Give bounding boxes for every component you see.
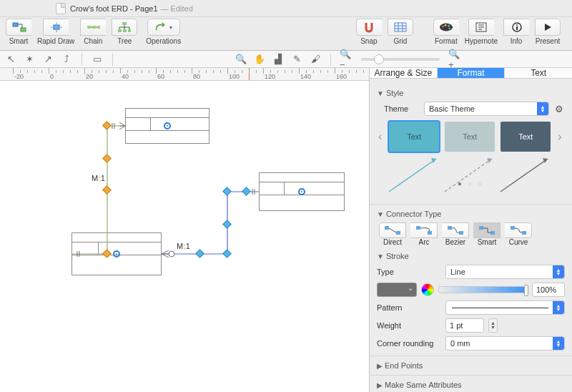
svg-point-10 [440,24,453,31]
tab-text[interactable]: Text [505,68,572,78]
pointer-tool[interactable]: ↖ [4,53,17,66]
zoom-tool[interactable]: 🔍 [235,53,247,66]
svg-point-11 [442,26,444,28]
operations-button[interactable]: ▾ Operations [146,19,181,45]
svg-rect-26 [479,226,483,230]
present-button[interactable]: Present [535,19,561,45]
zoom-out-button[interactable]: 🔍− [340,53,352,66]
tab-format[interactable]: Format [438,68,506,78]
horizontal-ruler: -20020406080100120140160180 [0,68,369,81]
canvas-area[interactable]: -20020406080100120140160180 [0,68,369,392]
connector-bezier-button[interactable]: Bezier [440,222,471,246]
rapid-draw-button[interactable]: Rapid Draw [37,19,74,45]
theme-select[interactable]: Basic Theme▲▼ [424,102,549,116]
svg-point-17 [516,24,518,26]
zoom-slider[interactable] [361,58,440,61]
style-swatch[interactable]: Text [445,122,495,152]
connector-curve-button[interactable]: Curve [503,222,534,246]
theme-label: Theme [384,104,420,113]
corner-rounding-label: Corner rounding [377,339,441,348]
weight-stepper[interactable]: ▲▼ [488,318,498,333]
pan-tool[interactable]: ✋ [253,53,266,66]
svg-rect-2 [54,25,59,29]
snap-button[interactable]: Snap [356,19,382,45]
stamp-tool[interactable]: ▟ [272,53,285,66]
weight-label: Weight [377,321,441,330]
inspector-tabs: Arrange & Size Format Text [370,68,572,79]
svg-point-19 [169,251,174,257]
pattern-label: Pattern [377,303,441,312]
main-toolbar: Smart Rapid Draw Chain Tree ▾ Operations… [0,17,572,51]
chain-button[interactable]: Chain [80,19,106,45]
svg-rect-0 [13,23,18,26]
document-status: — Edited [161,4,193,13]
style-swatch[interactable]: Text [500,122,551,152]
stroke-color-well[interactable] [377,283,417,297]
stroke-section-header[interactable]: ▼Stroke [377,252,565,260]
svg-rect-29 [522,231,526,235]
svg-point-13 [448,25,450,27]
color-picker-button[interactable] [421,283,434,296]
tab-arrange[interactable]: Arrange & Size [370,68,438,78]
zoom-in-button[interactable]: 🔍+ [448,53,461,66]
svg-rect-1 [21,28,26,31]
opacity-slider[interactable] [438,286,528,293]
svg-rect-5 [97,26,100,29]
hypernote-button[interactable]: Hypernote [465,19,498,45]
weight-field[interactable]: 1 pt [445,318,484,333]
pattern-select[interactable]: ▲▼ [445,300,565,315]
svg-point-14 [449,27,451,29]
corner-rounding-select[interactable]: 0 mm▲▼ [445,336,565,351]
connector-smart-button[interactable]: Smart [471,222,503,246]
library-tool[interactable]: ▭ [91,53,104,66]
stroke-type-label: Type [377,268,441,276]
node-tool[interactable]: ✶ [23,53,36,66]
endpoints-section-header[interactable]: ▶End Points [377,361,565,370]
smart-tool-button[interactable]: Smart [6,19,31,45]
svg-rect-25 [459,231,463,235]
tree-button[interactable]: Tree [112,19,137,45]
connector-direct-button[interactable]: Direct [377,222,408,246]
connector-tool[interactable]: ↗ [41,53,54,66]
document-title: Crow's foot ERD - Page1 [70,4,158,13]
info-button[interactable]: Info [503,19,529,45]
branch-tool[interactable]: ⤴ [60,53,73,66]
window-titlebar: Crow's foot ERD - Page1 — Edited [0,0,572,17]
svg-rect-7 [118,29,122,32]
svg-rect-23 [428,231,432,235]
svg-rect-6 [122,22,127,25]
stroke-type-select[interactable]: Line▲▼ [445,265,565,279]
svg-rect-9 [128,29,131,32]
svg-rect-28 [511,226,515,230]
svg-rect-8 [123,29,127,32]
make-same-section-header[interactable]: ▶Make Same Attributes [377,381,565,389]
multiplicity-label[interactable]: M:1 [177,242,190,250]
svg-rect-3 [87,26,91,29]
svg-rect-24 [448,226,452,230]
svg-rect-20 [385,226,389,230]
svg-rect-22 [416,226,420,230]
connector-section-header[interactable]: ▼Connector Type [377,210,565,218]
opacity-field[interactable]: 100% [532,283,565,297]
svg-rect-27 [490,231,495,235]
svg-rect-18 [516,26,518,30]
style-prev-button[interactable]: ‹ [377,130,383,143]
grid-button[interactable]: Grid [388,19,413,45]
document-icon [56,3,66,14]
svg-point-12 [445,24,447,26]
format-panel-button[interactable]: Format [433,19,459,45]
style-next-button[interactable]: › [556,130,563,143]
secondary-toolbar: ↖ ✶ ↗ ⤴ ▭ 🔍 ✋ ▟ ✎ 🖌 🔍− 🔍+ [0,51,572,68]
svg-rect-4 [92,26,96,29]
theme-settings-button[interactable]: ⚙ [553,103,565,114]
style-section-header[interactable]: ▼Style [377,89,565,97]
connector-line[interactable] [0,81,369,392]
style-swatch[interactable]: Text [389,122,439,152]
brush-tool[interactable]: 🖌 [309,53,322,66]
inspector-panel: Arrange & Size Format Text ▼Style Theme … [369,68,572,392]
connector-arc-button[interactable]: Arc [408,222,440,246]
eyedropper-tool[interactable]: ✎ [290,53,303,66]
svg-rect-21 [396,231,400,235]
